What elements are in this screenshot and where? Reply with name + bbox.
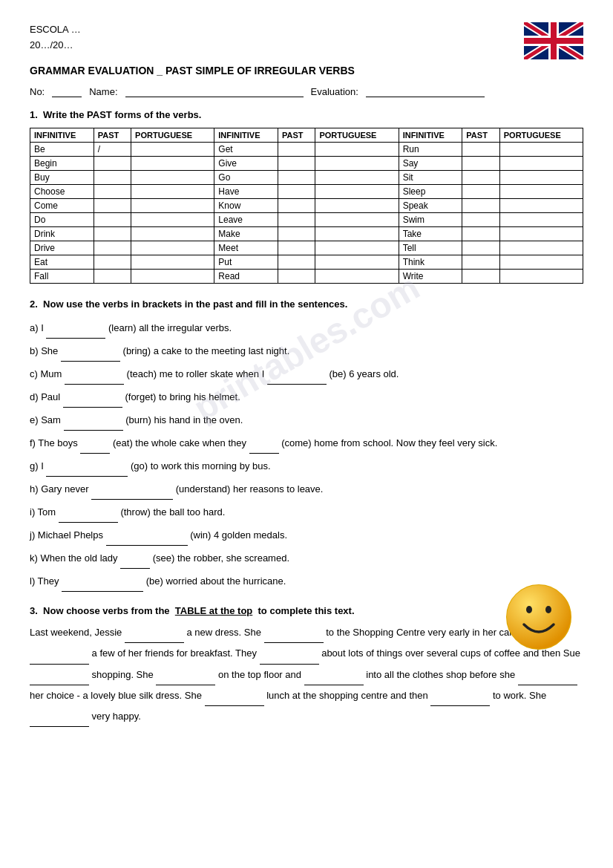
port1-cell [131,171,214,185]
table-row: Eat Put Think [30,255,583,270]
port1-cell [131,143,214,157]
past2-cell [278,157,315,171]
past1-cell [94,185,131,199]
answer-blank[interactable] [91,480,173,500]
port1-cell [131,199,214,213]
port2-cell [315,199,399,213]
answer-blank[interactable] [156,665,215,685]
answer-blank[interactable] [518,665,577,685]
inf2-cell: Know [214,199,278,213]
list-item: e) Sam (burn) his hand in the oven. [30,411,583,431]
name-label: Name: [89,86,117,97]
past2-cell [278,227,315,241]
answer-blank[interactable] [80,434,110,454]
answer-blank[interactable] [304,665,364,685]
port3-cell [499,270,583,284]
answer-blank[interactable] [46,457,128,477]
port2-cell [315,241,399,255]
table-row: Drink Make Take [30,227,583,241]
answer-blank[interactable] [46,319,105,339]
no-field[interactable] [52,85,82,97]
answer-blank[interactable] [30,665,89,685]
port2-cell [315,143,399,157]
inf2-cell: Read [214,270,278,284]
col-header-inf2: INFINITIVE [214,128,278,143]
past3-cell [462,171,499,185]
answer-blank[interactable] [249,434,279,454]
port2-cell [315,157,399,171]
port3-cell [499,199,583,213]
port3-cell [499,185,583,199]
school-info: ESCOLA … 20…/20… [30,22,81,53]
form-row: No: Name: Evaluation: [30,85,583,97]
name-field[interactable] [125,85,304,97]
past1-cell [94,171,131,185]
port1-cell [131,213,214,227]
past2-cell [278,185,315,199]
sentences-block: a) I (learn) all the irregular verbs.b) … [30,319,583,592]
answer-blank[interactable] [106,526,188,546]
past3-cell [462,213,499,227]
answer-blank[interactable] [63,388,122,408]
answer-blank[interactable] [125,622,184,643]
past1-cell [94,270,131,284]
past3-cell [462,143,499,157]
inf2-cell: Make [214,227,278,241]
inf3-cell: Write [399,270,462,284]
svg-point-12 [545,606,551,613]
answer-blank[interactable] [260,643,319,664]
inf1-cell: Fall [30,270,94,284]
past1-cell [94,227,131,241]
answer-blank[interactable] [120,549,150,569]
eval-label: Evaluation: [311,86,358,97]
past3-cell [462,199,499,213]
port2-cell [315,213,399,227]
port1-cell [131,227,214,241]
section3-text: Last weekend, Jessie a new dress. She to… [30,622,583,727]
inf1-cell: Do [30,213,94,227]
list-item: i) Tom (throw) the ball too hard. [30,503,583,523]
port3-cell [499,255,583,270]
list-item: b) She (bring) a cake to the meeting las… [30,342,583,362]
port3-cell [499,241,583,255]
escola-label: ESCOLA … [30,22,81,38]
inf1-cell: Choose [30,185,94,199]
port2-cell [315,171,399,185]
inf3-cell: Sit [399,171,462,185]
answer-blank[interactable] [59,503,118,523]
inf2-cell: Put [214,255,278,270]
inf2-cell: Leave [214,213,278,227]
answer-blank[interactable] [64,411,123,431]
answer-blank[interactable] [62,572,143,592]
answer-blank[interactable] [430,685,490,706]
header-area: ESCOLA … 20…/20… [30,22,583,62]
inf3-cell: Run [399,143,462,157]
answer-blank[interactable] [264,622,324,643]
answer-blank[interactable] [267,365,327,385]
answer-blank[interactable] [30,643,89,664]
answer-blank[interactable] [205,685,264,706]
col-header-past2: PAST [278,128,315,143]
past2-cell [278,241,315,255]
inf1-cell: Begin [30,157,94,171]
port2-cell [315,185,399,199]
answer-blank[interactable] [65,365,124,385]
verb-table: INFINITIVE PAST PORTUGUESE INFINITIVE PA… [30,128,583,284]
answer-blank[interactable] [30,706,89,727]
inf1-cell: Be [30,143,94,157]
past1-cell: / [94,143,131,157]
port2-cell [315,227,399,241]
past2-cell [278,171,315,185]
answer-blank[interactable] [61,342,120,362]
inf2-cell: Meet [214,241,278,255]
table-row: Do Leave Swim [30,213,583,227]
col-header-past3: PAST [462,128,499,143]
col-header-inf1: INFINITIVE [30,128,94,143]
list-item: c) Mum (teach) me to roller skate when I… [30,365,583,385]
table-row: Fall Read Write [30,270,583,284]
year-label: 20…/20… [30,38,81,53]
inf1-cell: Eat [30,255,94,270]
list-item: k) When the old lady (see) the robber, s… [30,549,583,569]
eval-field[interactable] [366,85,485,97]
port1-cell [131,241,214,255]
